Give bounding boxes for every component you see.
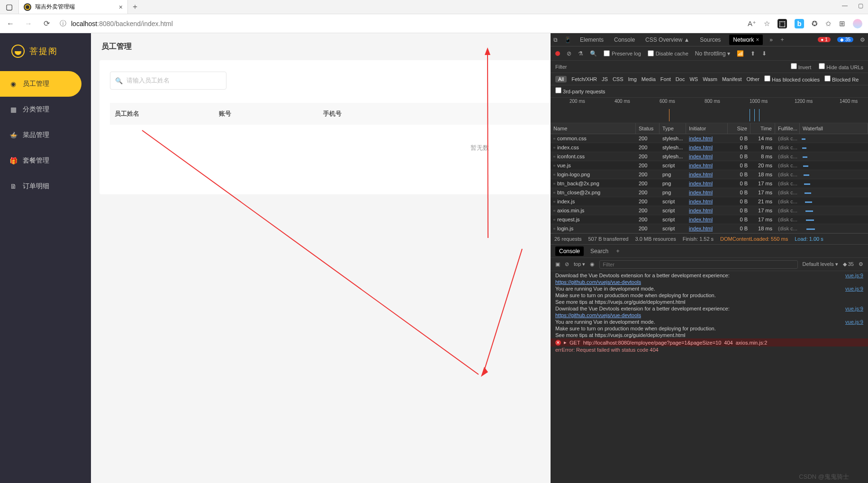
settings-icon[interactable]: ⚙ (860, 36, 865, 43)
sidebar-item-category[interactable]: ▦ 分类管理 (0, 97, 91, 122)
add-drawer-icon[interactable]: ＋ (615, 247, 621, 255)
browser-tab[interactable]: 瑞吉外卖管理端 × (19, 0, 128, 14)
live-expression-icon[interactable]: ◉ (590, 261, 595, 267)
search-net-icon[interactable]: 🔍 (590, 50, 597, 57)
maximize-icon[interactable]: ▢ (858, 2, 863, 9)
close-tab-icon[interactable]: × (119, 3, 123, 11)
close-icon[interactable]: × (756, 36, 759, 43)
invert-checkbox[interactable]: Invert (791, 63, 812, 70)
devtools-panel: ⧉ 📱 Elements Console CSS Overview ▲ Sour… (551, 33, 868, 483)
hide-urls-checkbox[interactable]: Hide data URLs (819, 63, 863, 70)
type-font[interactable]: Font (660, 76, 671, 82)
sidebar-item-dish[interactable]: 🍲 菜品管理 (0, 122, 91, 148)
tab-network[interactable]: Network× (729, 35, 763, 45)
network-row[interactable]: ▫ iconfont.css200stylesh...index.html0 B… (551, 152, 868, 161)
console-issues-badge[interactable]: ◆ 35 (843, 261, 854, 267)
refresh-icon[interactable]: ⟳ (42, 19, 51, 28)
minimize-icon[interactable]: — (842, 2, 848, 9)
inspect-icon[interactable]: ⧉ (553, 36, 558, 43)
type-other[interactable]: Other (746, 76, 760, 82)
search-icon: 🔍 (115, 77, 123, 84)
sidebar-item-label: 员工管理 (23, 80, 49, 88)
favorite-icon[interactable]: ☆ (764, 19, 770, 28)
network-row[interactable]: ▫ axios.min.js200scriptindex.html0 B17 m… (551, 206, 868, 215)
read-aloud-icon[interactable]: A⁺ (748, 19, 756, 28)
throttling-select[interactable]: No throttling ▾ (695, 50, 730, 57)
search-tab[interactable]: Search (590, 248, 608, 255)
issues-badge[interactable]: ◆ 35 (837, 37, 853, 42)
disable-cache-checkbox[interactable]: Disable cache (648, 50, 688, 56)
profile-icon[interactable] (853, 19, 862, 28)
grid-icon: ▦ (9, 106, 17, 113)
context-select[interactable]: top ▾ (574, 261, 585, 267)
preserve-log-checkbox[interactable]: Preserve log (604, 50, 641, 56)
console-tab[interactable]: Console (555, 246, 584, 256)
network-row[interactable]: ▫ login.js200scriptindex.html0 B18 ms(di… (551, 224, 868, 233)
console-settings-icon[interactable]: ⚙ (859, 261, 863, 267)
network-header: Name Status Type Initiator Size Time Ful… (551, 123, 868, 134)
console-sidebar-icon[interactable]: ▣ (555, 261, 560, 267)
back-icon[interactable]: ← (6, 19, 15, 28)
search-input[interactable]: 🔍 请输入员工姓名 (110, 72, 226, 90)
console-line: See more tips at https://vuejs.org/guide… (551, 332, 868, 338)
network-row[interactable]: ▫ vue.js200scriptindex.html0 B20 ms(disk… (551, 161, 868, 170)
console-line: You are running Vue in development mode.… (551, 319, 868, 325)
network-row[interactable]: ▫ index.css200stylesh...index.html0 B8 m… (551, 143, 868, 152)
ext-2-icon[interactable]: b (795, 19, 804, 28)
type-media[interactable]: Media (642, 76, 656, 82)
tab-strip: ▢ 瑞吉外卖管理端 × ＋ — ▢ (0, 0, 868, 14)
network-row[interactable]: ▫ login-logo.png200pngindex.html0 B18 ms… (551, 170, 868, 179)
url-box[interactable]: ⓘ localhost:8080/backend/index.html (60, 19, 739, 28)
tab-elements[interactable]: Elements (578, 35, 606, 45)
type-doc[interactable]: Doc (676, 76, 685, 82)
type-img[interactable]: Img (628, 76, 637, 82)
add-tab-icon[interactable]: ＋ (779, 36, 785, 44)
type-wasm[interactable]: Wasm (703, 76, 717, 82)
record-icon[interactable] (555, 51, 560, 56)
console-clear-icon[interactable]: ⊘ (565, 261, 569, 267)
upload-icon[interactable]: ⬆ (750, 50, 755, 57)
network-row[interactable]: ▫ request.js200scriptindex.html0 B17 ms(… (551, 215, 868, 224)
favorites-bar-icon[interactable]: ✩ (825, 19, 832, 28)
wifi-icon[interactable]: 📶 (737, 50, 744, 57)
tab-sources[interactable]: Sources (698, 35, 723, 45)
console-output: Download the Vue Devtools extension for … (551, 271, 868, 483)
type-manifest[interactable]: Manifest (722, 76, 742, 82)
type-all[interactable]: All (555, 76, 567, 82)
network-row[interactable]: ▫ btn_close@2x.png200pngindex.html0 B17 … (551, 188, 868, 197)
collections-icon[interactable]: ⊞ (839, 19, 845, 28)
blocked-requests-checkbox[interactable]: Blocked Re (824, 75, 859, 82)
site-info-icon[interactable]: ⓘ (60, 19, 66, 28)
type-js[interactable]: JS (602, 76, 608, 82)
sidebar-item-order[interactable]: 🗎 订单明细 (0, 173, 91, 199)
error-badge[interactable]: ● 1 (818, 37, 831, 42)
sidebar-item-employee[interactable]: ◉ 员工管理 (0, 71, 81, 97)
more-tabs-icon[interactable]: » (769, 36, 773, 43)
network-row[interactable]: ▫ index.js200scriptindex.html0 B21 ms(di… (551, 197, 868, 206)
blocked-cookies-checkbox[interactable]: Has blocked cookies (764, 75, 820, 82)
third-party-checkbox[interactable]: 3rd-party requests (555, 89, 605, 94)
filter-toggle-icon[interactable]: ⚗ (578, 50, 583, 57)
type-ws[interactable]: WS (689, 76, 698, 82)
extensions-icon[interactable]: ✪ (812, 19, 818, 28)
tab-cssoverview[interactable]: CSS Overview ▲ (643, 35, 691, 45)
levels-select[interactable]: Default levels ▾ (803, 261, 838, 267)
network-row[interactable]: ▫ btn_back@2x.png200pngindex.html0 B17 m… (551, 179, 868, 188)
device-icon[interactable]: 📱 (564, 36, 571, 43)
favicon-icon (24, 3, 31, 11)
dish-icon: 🍲 (9, 131, 17, 139)
console-error[interactable]: ✕ ▸ GET http://localhost:8080/employee/p… (551, 338, 868, 346)
type-css[interactable]: CSS (613, 76, 624, 82)
tab-spacer-icon[interactable]: ▢ (0, 0, 19, 14)
new-tab-button[interactable]: ＋ (128, 0, 142, 14)
tab-console[interactable]: Console (612, 35, 637, 45)
console-line: Make sure to turn on production mode whe… (551, 325, 868, 332)
download-icon[interactable]: ⬇ (762, 50, 767, 57)
ext-1-icon[interactable]: ⬚ (778, 19, 787, 28)
network-timeline[interactable]: 200 ms400 ms600 ms800 ms1000 ms1200 ms14… (551, 98, 868, 123)
network-row[interactable]: ▫ common.css200stylesh...index.html0 B14… (551, 134, 868, 143)
sidebar-item-setmeal[interactable]: 🎁 套餐管理 (0, 148, 91, 173)
type-fetch[interactable]: Fetch/XHR (571, 76, 597, 82)
console-filter-input[interactable] (599, 260, 797, 269)
clear-icon[interactable]: ⊘ (567, 50, 571, 57)
